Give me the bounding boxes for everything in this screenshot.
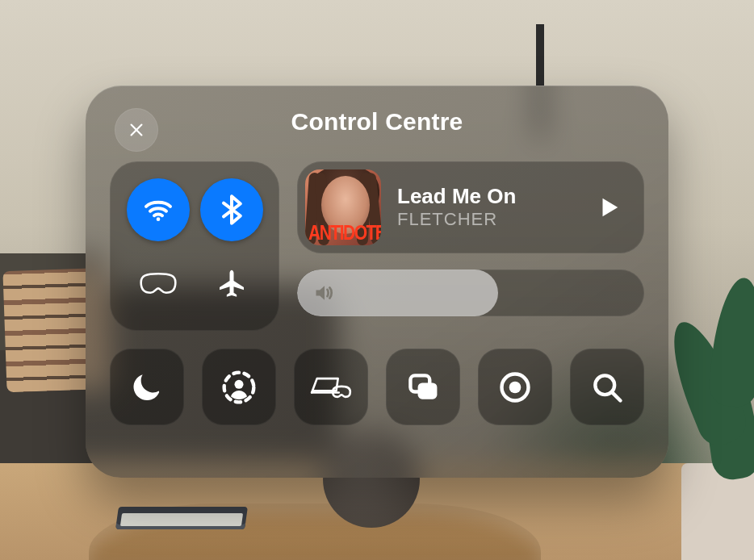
album-art: ANTIDOTE xyxy=(305,169,381,245)
track-info: Lead Me On FLETCHER xyxy=(397,185,575,230)
capture-tile[interactable] xyxy=(478,349,552,425)
airplane-icon xyxy=(216,267,248,299)
speaker-icon xyxy=(313,282,336,304)
play-button[interactable] xyxy=(591,190,626,225)
overlapping-windows-icon xyxy=(405,370,441,405)
control-centre-panel: Control Centre xyxy=(86,86,668,478)
search-tile[interactable] xyxy=(570,349,644,425)
utility-tiles-row xyxy=(110,349,644,425)
track-artist: FLETCHER xyxy=(397,209,575,230)
background-scene: Control Centre xyxy=(0,0,754,560)
track-title: Lead Me On xyxy=(397,185,575,209)
connectivity-group xyxy=(110,161,279,331)
focus-tile[interactable] xyxy=(110,349,184,425)
mac-virtual-display-tile[interactable] xyxy=(294,349,368,425)
album-label: ANTIDOTE xyxy=(308,220,381,244)
volume-slider[interactable] xyxy=(297,270,644,316)
moon-icon xyxy=(129,370,165,405)
wifi-toggle[interactable] xyxy=(127,178,190,241)
now-playing-tile[interactable]: ANTIDOTE Lead Me On FLETCHER xyxy=(297,161,644,253)
bluetooth-icon xyxy=(216,194,248,226)
book-pages-shape xyxy=(120,513,243,526)
record-icon xyxy=(497,370,533,405)
travel-mode-toggle[interactable] xyxy=(127,252,190,315)
svg-point-2 xyxy=(156,217,160,221)
vision-pro-icon xyxy=(137,270,179,296)
guest-user-icon xyxy=(221,370,257,405)
play-icon xyxy=(597,195,621,219)
screen-mirroring-tile[interactable] xyxy=(386,349,460,425)
mac-virtual-display-icon xyxy=(310,373,352,402)
guest-user-tile[interactable] xyxy=(202,349,276,425)
search-icon xyxy=(589,370,625,405)
svg-point-9 xyxy=(509,381,522,393)
bluetooth-toggle[interactable] xyxy=(200,178,263,241)
svg-point-4 xyxy=(235,379,244,388)
wifi-icon xyxy=(142,194,174,226)
svg-rect-7 xyxy=(418,382,438,399)
svg-line-11 xyxy=(612,392,620,400)
airplane-mode-toggle[interactable] xyxy=(200,252,263,315)
panel-header: Control Centre xyxy=(110,108,644,144)
panel-title: Control Centre xyxy=(110,108,644,136)
